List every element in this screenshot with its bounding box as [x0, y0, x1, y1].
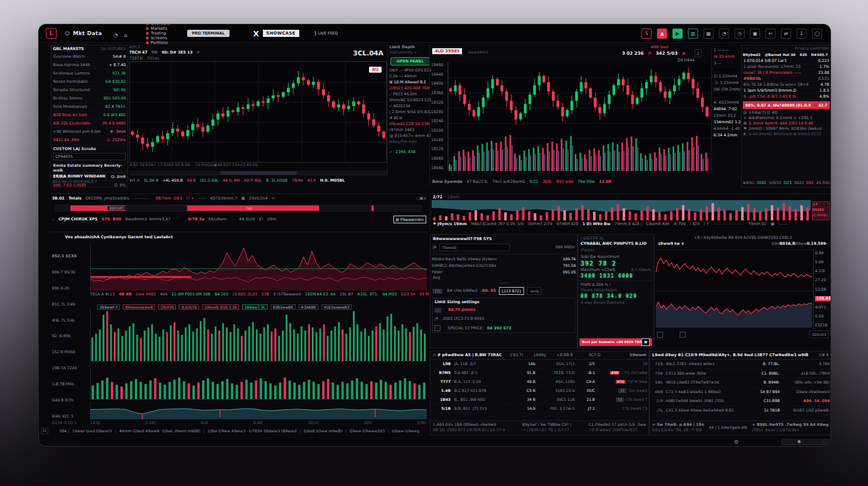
toolbar-token[interactable]: !? +	[186, 196, 194, 201]
buy-badge[interactable]: BU	[369, 67, 382, 73]
book-row[interactable]: 1 ———	[714, 47, 742, 54]
info-row[interactable]: 9mm/4C 53/0023 52B	[389, 97, 431, 103]
book-row[interactable]: /06 (D9.2mm/)	[714, 86, 742, 93]
watchlist-row[interactable]: 8/6.205 Clydesdale 05.4.8 0485	[51, 120, 128, 128]
news-row[interactable]: 5BL 4B19 L9wB3 3T9w7w87w3d B. B94B- (B9v…	[650, 378, 831, 388]
alert-row[interactable]: 1.070.014 5/8.07 Lar3 0.223	[742, 58, 831, 64]
symbol-token[interactable]: A0 3	[175, 217, 184, 222]
table-row[interactable]: 1B43 B., B51 .BW 45O 34 B 39C5 11B 21.B …	[430, 395, 649, 404]
toolbar-action-icon[interactable]: ↧	[796, 29, 807, 39]
symbol-token[interactable]: E6/u9wm	[209, 217, 227, 222]
info-row[interactable]: √ 4020234	[389, 103, 431, 109]
toolbar-action-icon[interactable]: ▦	[703, 29, 714, 39]
info-row[interactable]: | 2.Bmm 9/54 0/5 B32	[389, 109, 431, 115]
alert-row[interactable]: ceew? 38 | B.Prownswam —— 23.08	[742, 70, 831, 76]
symbol-token[interactable]: £)	[259, 217, 264, 222]
book-row[interactable]: 3 —	[714, 60, 742, 67]
toolbar-token[interactable]: £9o5/2o4	[249, 196, 268, 201]
icon-row[interactable]: ⊟ +mba(7) ⊡ #D	[742, 110, 831, 116]
tick-icon[interactable]: 17)	[433, 289, 442, 294]
watchlist-row[interactable]: Br-Otay Stones 801 583.49	[51, 95, 128, 103]
watchlist-row[interactable]: 9431.84 .899 -2. 2029%	[51, 136, 128, 145]
book-row[interactable]: 334mm02 1.2	[714, 119, 742, 126]
horizontal-scrollbar[interactable]: | | |	[782, 439, 830, 445]
table-row[interactable]: L9B JA, 11B .5/7 1Ab B5A, 17(3 2/5 3B	[430, 360, 649, 369]
toolbar-token[interactable]: Totals	[69, 196, 82, 201]
overlay-checkbox-1[interactable]	[657, 332, 663, 338]
menu-item[interactable]: Screens	[146, 36, 170, 40]
route-input[interactable]: T9wwd|	[439, 244, 510, 251]
toolbar-action-icon[interactable]: ◷	[734, 29, 745, 39]
info-row[interactable]: @ 933/457+ 4mm 424	[389, 133, 431, 139]
strip-red-box[interactable]: +7 09333 £) 090BL	[812, 201, 830, 220]
symbol-token[interactable]: #B EU/9	[238, 217, 255, 222]
toolbar-token[interactable]: ↩	[272, 196, 275, 201]
icon-row[interactable]: ⊠ 5: 8mm 9pm/4: 644 2/83 14 9:48	[742, 121, 831, 126]
watchlist-row[interactable]: Bova Inprima 3448 + 8.7.40	[51, 61, 128, 70]
menu-item[interactable]: Trading	[146, 31, 170, 36]
book-row[interactable]: 4. 4D23mm9	[714, 99, 742, 106]
symbol-token[interactable]: U9m	[267, 217, 276, 222]
watchlist-row[interactable]: Overview Watch 5m# 8	[51, 53, 128, 61]
filename-button[interactable]: ▤ P9wwwm9m	[393, 216, 426, 223]
toolbar-token[interactable]: 3B.02	[52, 196, 64, 201]
watchlist-row[interactable]: Nexen Formidable GA 830.82	[51, 78, 128, 86]
toolbar-icon[interactable]: ⌂	[124, 32, 128, 38]
toolbar-action-icon[interactable]: ↩	[765, 29, 776, 39]
pro-badge[interactable]: PRO TERMINAL	[187, 30, 230, 37]
toolbar-action-icon[interactable]: ▲	[657, 29, 667, 39]
timeline-scrubber[interactable]	[129, 171, 387, 175]
showcase-badge[interactable]: SHOWCASE	[263, 30, 299, 37]
toolbar-action-icon[interactable]: ▶	[672, 29, 683, 39]
alert-row[interactable]: 9 - pm C54.-8 W7 3.43.8 W 4.8%	[742, 94, 831, 100]
toolbar-token[interactable]: DECERN. Jmd/D/a9/8/s	[86, 196, 129, 201]
custom-filter-input[interactable]: CP94035	[53, 153, 126, 160]
alerts-chip[interactable]: D#305.7	[811, 53, 827, 57]
symbol-token[interactable]: 9/7B 3a	[188, 217, 204, 222]
book-row[interactable]: /4:30 4mm	[714, 54, 742, 60]
watchlist-row[interactable]: Sera Meadowvale 82.4 793+	[51, 103, 128, 111]
symbol-token[interactable]: ⟂	[52, 217, 54, 222]
special-price-checkbox[interactable]	[435, 325, 441, 331]
watchlist-row[interactable]: B2B Bess 41.5am 0.6 W3 482	[51, 111, 128, 120]
watchlist-row[interactable]: Neradia Structured 80\ 9o	[51, 86, 128, 95]
watchlist-filter[interactable]: 1o/ FUTURES	[101, 46, 126, 52]
alerts-chip[interactable]: B9y9wd2	[743, 53, 761, 57]
toggle-icon[interactable]: ▭	[435, 308, 441, 313]
alert-row[interactable]: 1 peak Recovered. 17mm: 23 1.7%	[742, 64, 831, 70]
watchlist-row[interactable]: +90 Winterset Jem 6.0m #- 3mm	[51, 128, 128, 136]
user-icon[interactable]: ☺	[64, 30, 70, 36]
info-head-right[interactable]: Instruments +	[389, 50, 431, 55]
info-row[interactable]: 2/8923 420-008 70B	[389, 85, 431, 91]
book-row[interactable]: BORE.Bmm	[714, 67, 742, 73]
app-logo-icon[interactable]: L	[46, 28, 57, 39]
panel-corner-icon[interactable]: LI	[41, 428, 48, 434]
symbol-token[interactable]: CPJM CHIRUK XPS	[58, 217, 97, 222]
toolbar-token[interactable]: 4D7D39mm.7	[210, 196, 237, 201]
toolbar-action-icon[interactable]: ◯	[812, 29, 822, 39]
info-row[interactable]: O&P — 4P00 GP3 023	[389, 67, 431, 73]
toolbar-icon[interactable]: ◔	[113, 32, 118, 38]
position-alert-box[interactable]: ▣	[641, 338, 650, 346]
book-row[interactable]: 43mm4 -1.40	[714, 126, 742, 132]
overlay-checkbox-2[interactable]	[680, 332, 686, 338]
toolbar-action-icon[interactable]: ▥	[688, 29, 698, 39]
news-row[interactable]: 71B B9L5 37B3. A9ww1 w9w+ : B. 77:BL. 4.…	[650, 360, 831, 369]
alerts-chip[interactable]: @Barnet Hot 30	[765, 53, 796, 57]
icon-row[interactable]: ⚑ 2mmD ! 5099? 9mm. B2B39o |9wknd	[742, 126, 831, 132]
alerts-chip[interactable]: 420	[799, 53, 807, 57]
toolbar-icon[interactable]: ∨	[423, 196, 426, 201]
toolbar-token[interactable]: ——	[198, 196, 206, 201]
open-panel-button[interactable]: OPEN PANEL	[390, 57, 430, 66]
info-row[interactable]: √ P922 4S.Dm	[389, 91, 431, 97]
settings-gear-icon[interactable]: ⚙	[734, 440, 739, 445]
toolbar-action-icon[interactable]: ▣	[750, 29, 760, 39]
book-row[interactable]: 49894. 7:02	[714, 106, 742, 113]
critical-alert-bar[interactable]: 90%. 9.07 4. We?40999 (01.0.9 43.7	[743, 101, 830, 109]
info-row[interactable]: 2.2b — 49mm	[389, 73, 431, 79]
book-row[interactable]: -3: 1.23mm9	[714, 80, 742, 86]
symbol-token[interactable]: 675. B90	[102, 217, 121, 222]
spread-selector[interactable]: s9ww9 tw ∨	[658, 241, 684, 247]
table-row[interactable]: B7M9 0.6 4B1 .B.5 91.B 7E1B. 73.O -B.1 #…	[430, 369, 649, 378]
table-row[interactable]: 5/1B B.B. B51 .J71 5Y3 1A.b P91. 1 17w-5…	[430, 404, 649, 413]
